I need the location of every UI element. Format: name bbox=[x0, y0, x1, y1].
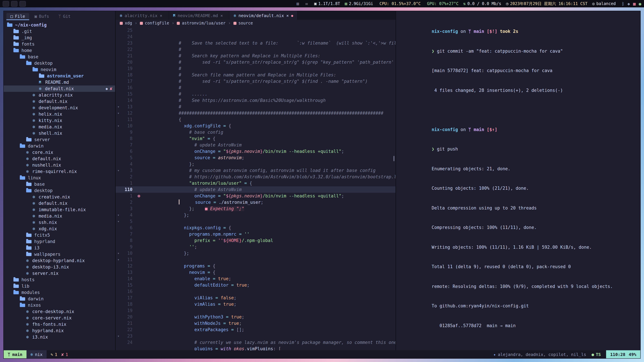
code-line[interactable]: 21 # bbox=[116, 53, 396, 59]
fold-icon[interactable] bbox=[116, 199, 121, 205]
tree-item[interactable]: desktop bbox=[4, 187, 115, 194]
tree-item[interactable]: ❄ creative.nix bbox=[4, 194, 115, 200]
terminal-pane[interactable]: nix-config on ᛘ main [$!] took 2s ❯ git … bbox=[396, 11, 640, 350]
fold-icon[interactable]: ▾ bbox=[116, 212, 121, 218]
code-area[interactable]: 25 # Save the selected text to a file: `… bbox=[116, 26, 396, 350]
code-line[interactable]: 16 vimAlias = true; bbox=[116, 288, 396, 295]
code-line[interactable]: ▾ 5 programs.npm.npmrc = '' bbox=[116, 218, 396, 225]
code-line[interactable]: ▾ 4 nixpkgs.config = { bbox=[116, 212, 396, 218]
code-line[interactable]: 18 withPython3 = true; bbox=[116, 301, 396, 307]
tree-item[interactable]: hyprland bbox=[4, 238, 115, 245]
fold-icon[interactable] bbox=[116, 33, 121, 40]
tree-item[interactable]: desktop bbox=[4, 60, 115, 66]
code-line[interactable]: 15 viAlias = false; bbox=[116, 282, 396, 288]
tree-item[interactable]: ❄ default.nix bbox=[4, 156, 115, 162]
fold-icon[interactable] bbox=[116, 193, 121, 199]
fold-icon[interactable] bbox=[116, 327, 121, 333]
fold-icon[interactable] bbox=[116, 97, 121, 104]
code-line[interactable]: ▾ 12 xdg.configFile = { bbox=[116, 110, 396, 116]
code-line[interactable]: 110 source = ./astronvim_user; bbox=[116, 186, 396, 193]
tab-close-icon[interactable]: × bbox=[220, 13, 223, 18]
fold-icon[interactable] bbox=[116, 205, 121, 212]
tree-item[interactable]: ❄ ssh.nix bbox=[4, 219, 115, 226]
fold-icon[interactable] bbox=[116, 46, 121, 53]
code-line[interactable]: 14 #####################################… bbox=[116, 97, 396, 104]
fold-icon[interactable] bbox=[116, 339, 121, 346]
fold-icon[interactable] bbox=[116, 276, 121, 282]
fold-icon[interactable] bbox=[116, 91, 121, 97]
breadcrumb-label[interactable]: astronvim/lua/user bbox=[182, 20, 226, 26]
code-line[interactable]: 25 # Save the selected text to a file: `… bbox=[116, 27, 396, 33]
tree-item[interactable]: darwin bbox=[4, 296, 115, 302]
tree-item[interactable]: M README.md bbox=[4, 79, 115, 85]
fold-icon[interactable] bbox=[116, 142, 121, 148]
code-line[interactable]: 23 # Search key pattern and Replace in M… bbox=[116, 40, 396, 46]
code-line[interactable]: 19 withNodeJs = true; bbox=[116, 307, 396, 314]
tree-item[interactable]: ❄ xdg.nix bbox=[4, 226, 115, 232]
neotree-tab[interactable]: ▣ Bufs bbox=[30, 13, 53, 20]
code-line[interactable]: 13 defaultEditor = true; bbox=[116, 269, 396, 276]
code-line[interactable]: 7 source = astronvim; bbox=[116, 142, 396, 148]
fold-icon[interactable] bbox=[116, 269, 121, 276]
fold-icon[interactable]: ▾ bbox=[116, 104, 121, 110]
fold-icon[interactable] bbox=[116, 314, 121, 320]
tree-item[interactable]: ❄ desktop-hyprland.nix bbox=[4, 257, 115, 264]
tree-item[interactable]: home bbox=[4, 47, 115, 54]
code-line[interactable]: 17 bbox=[116, 295, 396, 301]
tree-item[interactable]: ❄ helix.nix bbox=[4, 111, 115, 117]
fold-icon[interactable] bbox=[116, 161, 121, 167]
code-line[interactable]: 14 bbox=[116, 276, 396, 282]
code-line[interactable]: 20 extraPackages = []; bbox=[116, 314, 396, 320]
tree-item[interactable]: ❄ default.nix bbox=[4, 98, 115, 105]
code-line[interactable]: 9 # update AstroNvim bbox=[116, 129, 396, 135]
fold-icon[interactable] bbox=[116, 225, 121, 231]
fold-icon[interactable] bbox=[116, 288, 121, 295]
tree-item[interactable]: fonts bbox=[4, 41, 115, 47]
tree-item[interactable]: ❄ kitty.nix bbox=[4, 117, 115, 124]
tree-item[interactable]: i3 bbox=[4, 245, 115, 251]
fold-icon[interactable] bbox=[116, 320, 121, 327]
tree-item[interactable]: ❄ media.nix bbox=[4, 124, 115, 130]
fold-icon[interactable]: ▾ bbox=[116, 333, 121, 339]
fold-icon[interactable] bbox=[116, 237, 121, 244]
app-indicator-icon[interactable]: ❖ bbox=[628, 1, 630, 6]
code-line[interactable]: 6 }; bbox=[116, 148, 396, 155]
code-line[interactable]: ▾ 10 "nvim" = { bbox=[116, 123, 396, 129]
code-line[interactable]: 1 ⊗ }; ■ Expecting ";" bbox=[116, 193, 396, 199]
fold-icon[interactable]: ▾ bbox=[116, 256, 121, 263]
tree-item[interactable]: ❄ nushell.nix bbox=[4, 162, 115, 168]
neotree-tab[interactable]: ᛘ Git bbox=[54, 13, 75, 20]
breadcrumb-label[interactable]: configFile bbox=[145, 20, 169, 26]
code-line[interactable]: ▾ 10 programs = { bbox=[116, 250, 396, 256]
neotree-tab[interactable]: □ File bbox=[6, 13, 29, 20]
code-line[interactable]: 3 bbox=[116, 205, 396, 212]
code-line[interactable]: 18 # bbox=[116, 72, 396, 78]
tree-item[interactable]: hosts bbox=[4, 277, 115, 283]
tree-item[interactable]: ❄ development.nix bbox=[4, 105, 115, 111]
tree-item[interactable]: neovim bbox=[4, 66, 115, 73]
code-line[interactable]: 19 # sed -ri "s/pattern_str/replace_str/… bbox=[116, 65, 396, 72]
tree-item[interactable]: wallpapers bbox=[4, 251, 115, 257]
tree-item[interactable]: ❄ shell.nix bbox=[4, 130, 115, 136]
code-line[interactable]: 16 # See https://astronvim.com/Basic%20U… bbox=[116, 84, 396, 91]
code-line[interactable]: 20 # Search file name pattern and Replac… bbox=[116, 59, 396, 65]
code-line[interactable]: 12 enable = true; bbox=[116, 263, 396, 269]
fold-icon[interactable] bbox=[116, 53, 121, 59]
tree-item[interactable]: ❄ default.nix ● ✘ bbox=[4, 85, 115, 92]
tree-item[interactable]: ❄ fhs-fonts.nix bbox=[4, 321, 115, 328]
code-line[interactable]: 8 }; bbox=[116, 237, 396, 244]
fold-icon[interactable] bbox=[116, 244, 121, 250]
tab-close-icon[interactable]: × bbox=[286, 13, 289, 18]
bluetooth-icon[interactable]: ᛒ bbox=[622, 1, 624, 6]
code-line[interactable]: ▾ 11 neovim = { bbox=[116, 256, 396, 263]
fold-icon[interactable] bbox=[116, 295, 121, 301]
fold-icon[interactable] bbox=[116, 148, 121, 155]
tree-item[interactable]: lib bbox=[4, 283, 115, 289]
code-line[interactable]: 8 onChange = "${pkgs.neovim}/bin/nvim --… bbox=[116, 135, 396, 142]
fold-icon[interactable] bbox=[116, 282, 121, 288]
tree-item[interactable]: ❄ core-desktop.nix bbox=[4, 308, 115, 315]
code-line[interactable]: 9 bbox=[116, 244, 396, 250]
fold-icon[interactable] bbox=[116, 116, 121, 123]
fold-icon[interactable]: ▾ bbox=[116, 123, 121, 129]
tree-item[interactable]: fcitx5 bbox=[4, 232, 115, 238]
